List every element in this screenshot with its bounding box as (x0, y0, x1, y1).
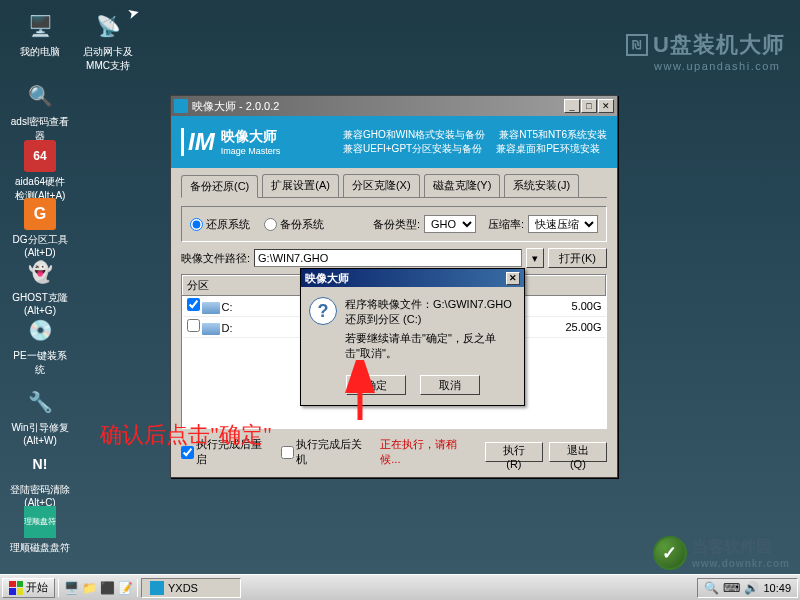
dialog-close-button[interactable]: ✕ (506, 272, 520, 285)
icon-image: 🔍 (24, 80, 56, 112)
tab-0[interactable]: 备份还原(C) (181, 175, 258, 198)
desktop-icon-3[interactable]: 64aida64硬件检测(Alt+A) (10, 140, 70, 203)
ql-notepad-icon[interactable]: 📝 (117, 580, 133, 596)
dialog-cancel-button[interactable]: 取消 (420, 375, 480, 395)
icon-label: 理顺磁盘盘符 (10, 541, 70, 555)
question-icon: ? (309, 297, 337, 325)
window-title: 映像大师 - 2.0.0.2 (192, 99, 279, 114)
desktop-icon-2[interactable]: 🔍adsl密码查看器 (10, 80, 70, 143)
icon-label: adsl密码查看器 (10, 115, 70, 143)
icon-label: 我的电脑 (10, 45, 70, 59)
desktop-icon-6[interactable]: 💿PE一键装系统 (10, 314, 70, 377)
row-checkbox[interactable] (187, 298, 200, 311)
wm-logo-icon: ₪ (626, 34, 648, 56)
icon-label: Win引导修复(Alt+W) (10, 421, 70, 446)
bottom-watermark: ✓ 当客软件园www.downkr.com (653, 536, 790, 570)
path-label: 映像文件路径: (181, 251, 250, 266)
chk-shutdown[interactable]: 执行完成后关机 (281, 437, 371, 467)
compress-select[interactable]: 快速压缩 (528, 215, 598, 233)
tab-bar: 备份还原(C)扩展设置(A)分区克隆(X)磁盘克隆(Y)系统安装(J) (181, 174, 607, 198)
row-checkbox[interactable] (187, 319, 200, 332)
desktop-icon-7[interactable]: 🔧Win引导修复(Alt+W) (10, 386, 70, 446)
banner: IM 映像大师 Image Masters 兼容GHO和WIN格式安装与备份兼容… (171, 116, 617, 168)
icon-label: 登陆密码清除(Alt+C) (10, 483, 70, 508)
tray-volume-icon[interactable]: 🔊 (744, 581, 759, 595)
icon-image: N! (24, 448, 56, 480)
close-button[interactable]: ✕ (598, 99, 614, 113)
tab-1[interactable]: 扩展设置(A) (262, 174, 339, 197)
titlebar[interactable]: 映像大师 - 2.0.0.2 _ □ ✕ (171, 96, 617, 116)
clock[interactable]: 10:49 (763, 582, 791, 594)
icon-image: 📡 (92, 10, 124, 42)
exit-button[interactable]: 退出(Q) (549, 442, 607, 462)
icon-label: GHOST克隆(Alt+G) (10, 291, 70, 316)
taskbar-task[interactable]: YXDS (141, 578, 241, 598)
icon-image: 🔧 (24, 386, 56, 418)
path-dropdown-button[interactable]: ▾ (526, 248, 544, 268)
desktop-icon-0[interactable]: 🖥️我的电脑 (10, 10, 70, 59)
icon-label: 启动网卡及MMC支持 (78, 45, 138, 73)
watermark: ₪U盘装机大师 www.upandashi.com (626, 30, 785, 72)
execute-button[interactable]: 执行(R) (485, 442, 543, 462)
desktop: ➤ ₪U盘装机大师 www.upandashi.com ✓ 当客软件园www.d… (0, 0, 800, 600)
maximize-button[interactable]: □ (581, 99, 597, 113)
bottom-wm-logo-icon: ✓ (653, 536, 687, 570)
desktop-icon-9[interactable]: 理顺盘符理顺磁盘盘符 (10, 506, 70, 555)
open-button[interactable]: 打开(K) (548, 248, 607, 268)
desktop-icon-4[interactable]: GDG分区工具(Alt+D) (10, 198, 70, 258)
icon-image: 理顺盘符 (24, 506, 56, 538)
radio-backup[interactable]: 备份系统 (264, 217, 324, 232)
icon-label: PE一键装系统 (10, 349, 70, 377)
status-text: 正在执行，请稍候... (380, 437, 475, 467)
annotation-text: 确认后点击"确定" (100, 420, 272, 450)
icon-image: G (24, 198, 56, 230)
icon-image: 💿 (24, 314, 56, 346)
im-logo-icon: IM (181, 128, 215, 156)
icon-label: DG分区工具(Alt+D) (10, 233, 70, 258)
icon-image: 🖥️ (24, 10, 56, 42)
tab-2[interactable]: 分区克隆(X) (343, 174, 420, 197)
drive-icon (202, 302, 220, 314)
confirm-dialog: 映像大师 ✕ ? 程序将映像文件：G:\GWIN7.GHO 还原到分区 (C:)… (300, 268, 525, 406)
desktop-icon-1[interactable]: 📡启动网卡及MMC支持 (78, 10, 138, 73)
backup-type-select[interactable]: GHO (424, 215, 476, 233)
tray-search-icon[interactable]: 🔍 (704, 581, 719, 595)
tray-keyboard-icon[interactable]: ⌨ (723, 581, 740, 595)
drive-icon (202, 323, 220, 335)
start-button[interactable]: 开始 (2, 578, 55, 598)
icon-image: 👻 (24, 256, 56, 288)
path-input[interactable] (254, 249, 522, 267)
taskbar: 开始 🖥️ 📁 ⬛ 📝 YXDS 🔍 ⌨ 🔊 10:49 (0, 574, 800, 600)
radio-restore[interactable]: 还原系统 (190, 217, 250, 232)
minimize-button[interactable]: _ (564, 99, 580, 113)
desktop-icon-5[interactable]: 👻GHOST克隆(Alt+G) (10, 256, 70, 316)
ql-cmd-icon[interactable]: ⬛ (99, 580, 115, 596)
icon-image: 64 (24, 140, 56, 172)
ql-pe-icon[interactable]: 📁 (81, 580, 97, 596)
system-tray: 🔍 ⌨ 🔊 10:49 (697, 578, 798, 598)
annotation-arrow-icon (335, 360, 385, 425)
tab-4[interactable]: 系统安装(J) (504, 174, 579, 197)
windows-logo-icon (9, 581, 23, 595)
ql-desktop-icon[interactable]: 🖥️ (63, 580, 79, 596)
task-app-icon (150, 581, 164, 595)
desktop-icon-8[interactable]: N!登陆密码清除(Alt+C) (10, 448, 70, 508)
dialog-titlebar[interactable]: 映像大师 ✕ (301, 269, 524, 287)
tab-3[interactable]: 磁盘克隆(Y) (424, 174, 501, 197)
app-icon (174, 99, 188, 113)
